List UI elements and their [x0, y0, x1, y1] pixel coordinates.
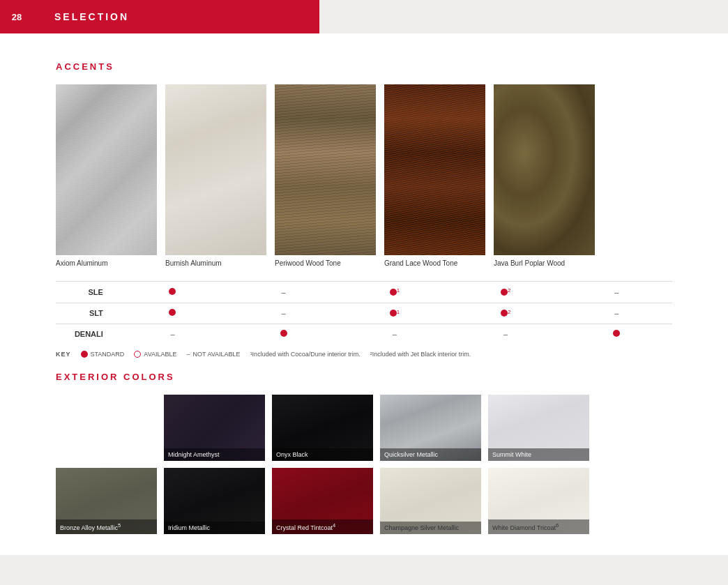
denali-col4: –	[450, 324, 561, 344]
key-footnote2: ²Included with Jet Black interior trim.	[370, 351, 471, 358]
accent-name-axiom: Axiom Aluminum	[56, 259, 107, 267]
color-swatch-bronze: Bronze Alloy Metallic5	[56, 468, 157, 534]
accent-name-periwood: Periwood Wood Tone	[275, 259, 341, 267]
color-swatch-summit: Summit White	[488, 395, 589, 461]
color-label-onyx: Onyx Black	[272, 448, 373, 461]
sle-col4: 2	[450, 282, 561, 303]
sle-col2: –	[228, 282, 339, 303]
page-number: 28	[0, 0, 33, 33]
color-onyx: Onyx Black	[272, 395, 373, 461]
trim-label-denali: DENALI	[56, 324, 117, 344]
superscript: 2	[508, 309, 510, 315]
colors-row-1: Midnight Amethyst Onyx Black Quicksilver…	[56, 395, 672, 461]
color-label-quicksilver: Quicksilver Metallic	[380, 448, 481, 461]
trim-row-denali: DENALI – – –	[56, 324, 672, 344]
color-midnight: Midnight Amethyst	[164, 395, 265, 461]
page-title: SELECTION	[33, 0, 319, 33]
dot-standard	[390, 310, 397, 317]
key-standard-item: STANDARD	[81, 351, 125, 358]
accent-axiom: Axiom Aluminum	[56, 84, 157, 267]
key-standard-label: STANDARD	[91, 351, 125, 358]
accent-swatch-grandlace	[384, 84, 485, 255]
exterior-colors-section-title: EXTERIOR COLORS	[56, 372, 672, 382]
dot-standard	[613, 330, 620, 337]
superscript: 1	[397, 287, 400, 294]
accent-grandlace: Grand Lace Wood Tone	[384, 84, 485, 267]
sle-col1	[117, 282, 228, 303]
dash: –	[503, 330, 508, 338]
color-label-crystal: Crystal Red Tintcoat4	[272, 519, 373, 534]
accent-swatch-burnish	[165, 84, 266, 255]
key-na-label: NOT AVAILABLE	[193, 351, 241, 358]
sle-col5: –	[561, 282, 672, 303]
dot-standard-icon	[81, 351, 88, 358]
dot-standard	[169, 309, 176, 316]
accent-burnish: Burnish Aluminum	[165, 84, 266, 267]
dot-available-icon	[134, 351, 141, 358]
color-swatch-whitediamond: White Diamond Tricoat6	[488, 468, 589, 534]
color-swatch-iridium: Iridium Metallic	[164, 468, 265, 534]
accent-swatch-periwood	[275, 84, 376, 255]
accent-java: Java Burl Poplar Wood	[494, 84, 595, 267]
dash: –	[393, 330, 397, 338]
header-right	[319, 0, 728, 33]
denali-col3: –	[339, 324, 450, 344]
denali-col5	[561, 324, 672, 344]
color-label-whitediamond: White Diamond Tricoat6	[488, 519, 589, 534]
color-quicksilver: Quicksilver Metallic	[380, 395, 481, 461]
key-footnote1: ¹Included with Cocoa/Dune interior trim.	[250, 351, 361, 358]
color-swatch-onyx: Onyx Black	[272, 395, 373, 461]
slt-col1	[117, 303, 228, 324]
color-label-midnight: Midnight Amethyst	[164, 448, 265, 461]
trim-label-sle: SLE	[56, 282, 117, 303]
color-crystal: Crystal Red Tintcoat4	[272, 468, 373, 534]
key-label: KEY	[56, 351, 71, 358]
sle-col3: 1	[339, 282, 450, 303]
color-swatch-quicksilver: Quicksilver Metallic	[380, 395, 481, 461]
key-available-label: AVAILABLE	[144, 351, 176, 358]
color-label-summit: Summit White	[488, 448, 589, 461]
key-available-item: AVAILABLE	[134, 351, 176, 358]
color-swatch-midnight: Midnight Amethyst	[164, 395, 265, 461]
dash: –	[614, 288, 619, 296]
legend-row: KEY STANDARD AVAILABLE – NOT AVAILABLE ¹…	[56, 351, 672, 358]
dot-standard	[169, 288, 176, 295]
color-swatch-champagne: Champagne Silver Metallic	[380, 468, 481, 534]
color-label-bronze: Bronze Alloy Metallic5	[56, 519, 157, 534]
dot-standard	[501, 310, 508, 317]
color-summit: Summit White	[488, 395, 589, 461]
color-champagne: Champagne Silver Metallic	[380, 468, 481, 534]
accent-name-grandlace: Grand Lace Wood Tone	[384, 259, 457, 267]
accents-grid: Axiom Aluminum Burnish Aluminum Periwood…	[56, 84, 672, 267]
accent-swatch-java	[494, 84, 595, 255]
accent-name-burnish: Burnish Aluminum	[165, 259, 222, 267]
dash: –	[170, 330, 174, 338]
trim-row-sle: SLE – 1 2 –	[56, 282, 672, 303]
key-na-item: – NOT AVAILABLE	[187, 351, 241, 358]
accent-periwood: Periwood Wood Tone	[275, 84, 376, 267]
denali-col1: –	[117, 324, 228, 344]
dash: –	[282, 309, 286, 317]
accent-swatch-axiom	[56, 84, 157, 255]
superscript: 1	[397, 309, 400, 315]
slt-col5: –	[561, 303, 672, 324]
dot-standard	[390, 289, 397, 296]
color-label-champagne: Champagne Silver Metallic	[380, 522, 481, 534]
color-swatch-crystal: Crystal Red Tintcoat4	[272, 468, 373, 534]
availability-table: SLE – 1 2 – SLT – 1 2 – DENALI – – –	[56, 281, 672, 344]
main-content: ACCENTS Axiom Aluminum Burnish Aluminum …	[0, 33, 728, 555]
dash-icon: –	[187, 351, 190, 358]
accent-name-java: Java Burl Poplar Wood	[494, 259, 565, 267]
trim-label-slt: SLT	[56, 303, 117, 324]
empty-slot	[56, 395, 157, 461]
dash: –	[614, 309, 619, 317]
slt-col3: 1	[339, 303, 450, 324]
color-bronze: Bronze Alloy Metallic5	[56, 468, 157, 534]
color-label-iridium: Iridium Metallic	[164, 522, 265, 534]
page-header: 28 SELECTION	[0, 0, 728, 33]
colors-row-2: Bronze Alloy Metallic5 Iridium Metallic …	[56, 468, 672, 534]
dash: –	[282, 288, 286, 296]
color-whitediamond: White Diamond Tricoat6	[488, 468, 589, 534]
superscript: 2	[508, 287, 510, 294]
accents-section-title: ACCENTS	[56, 61, 672, 72]
